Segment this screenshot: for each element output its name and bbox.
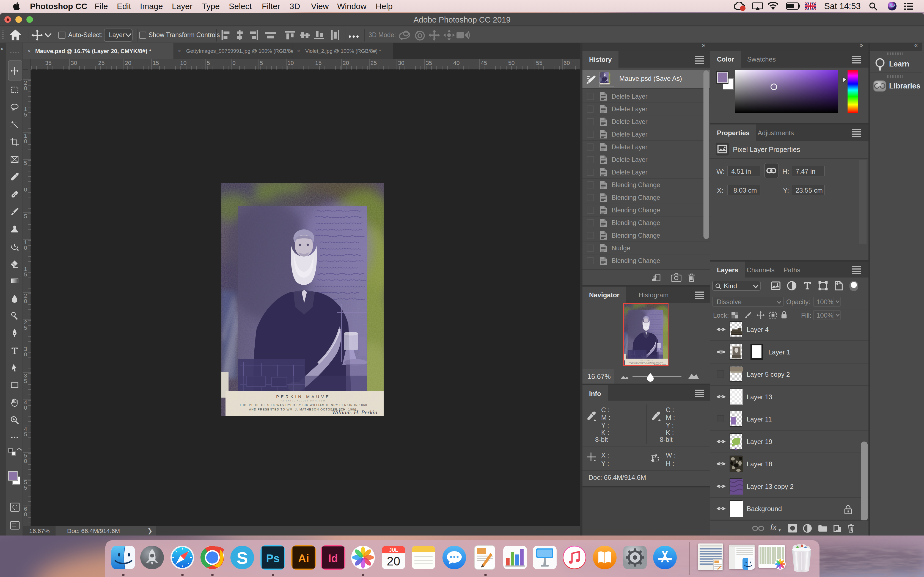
svg-text:S: S xyxy=(236,548,248,567)
svg-text:Id: Id xyxy=(328,552,338,564)
svg-text:JUL: JUL xyxy=(389,548,398,553)
svg-text:20: 20 xyxy=(387,554,401,568)
svg-text:Ps: Ps xyxy=(266,552,279,564)
svg-text:Ai: Ai xyxy=(298,552,309,564)
